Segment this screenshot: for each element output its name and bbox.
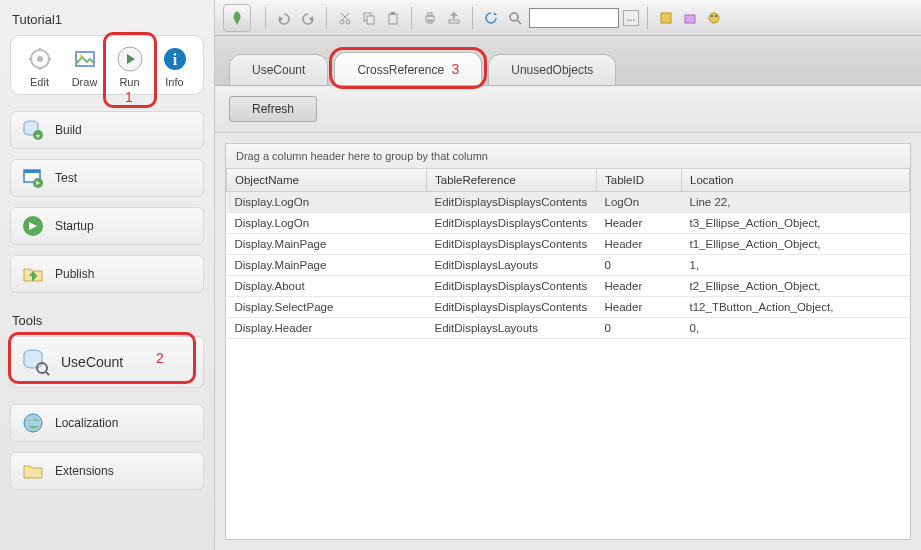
tool-icon-2[interactable] bbox=[680, 8, 700, 28]
startup-button[interactable]: Startup bbox=[10, 207, 204, 245]
arrow-right-icon bbox=[21, 214, 45, 238]
upload-icon[interactable] bbox=[444, 8, 464, 28]
table-row[interactable]: Display.LogOnEditDisplaysDisplaysContent… bbox=[227, 213, 910, 234]
svg-point-7 bbox=[79, 55, 82, 58]
svg-marker-27 bbox=[309, 16, 313, 22]
side-label: Localization bbox=[55, 416, 118, 430]
group-by-hint[interactable]: Drag a column header here to group by th… bbox=[226, 144, 910, 169]
side-label: Build bbox=[55, 123, 82, 137]
svg-text:i: i bbox=[172, 51, 177, 68]
toolbar: ... bbox=[215, 0, 921, 36]
data-table: ObjectName TableReference TableID Locati… bbox=[226, 169, 910, 339]
col-header-tableid[interactable]: TableID bbox=[597, 169, 682, 192]
svg-rect-45 bbox=[685, 15, 695, 23]
svg-rect-37 bbox=[428, 13, 432, 16]
svg-rect-39 bbox=[449, 20, 459, 23]
run-button[interactable]: Run bbox=[110, 44, 150, 88]
table-cell: EditDisplaysDisplaysContents bbox=[427, 234, 597, 255]
callout-num-3: 3 bbox=[451, 61, 459, 77]
top-icon-label: Info bbox=[165, 76, 183, 88]
table-row[interactable]: Display.LogOnEditDisplaysDisplaysContent… bbox=[227, 192, 910, 213]
globe-icon bbox=[21, 411, 45, 435]
project-title: Tutorial1 bbox=[12, 12, 204, 27]
more-button[interactable]: ... bbox=[623, 10, 639, 26]
app-logo[interactable] bbox=[223, 4, 251, 32]
svg-point-1 bbox=[37, 56, 43, 62]
redo-icon[interactable] bbox=[298, 8, 318, 28]
main-area: ... UseCount CrossReference 3 UnusedObje… bbox=[215, 0, 921, 550]
test-button[interactable]: Test bbox=[10, 159, 204, 197]
tabs-row: UseCount CrossReference 3 UnusedObjects bbox=[215, 36, 921, 86]
undo-icon[interactable] bbox=[274, 8, 294, 28]
svg-rect-33 bbox=[367, 16, 374, 24]
localization-button[interactable]: Localization bbox=[10, 404, 204, 442]
table-cell: LogOn bbox=[597, 192, 682, 213]
side-label: Extensions bbox=[55, 464, 114, 478]
tool-icon-1[interactable] bbox=[656, 8, 676, 28]
svg-rect-16 bbox=[24, 170, 40, 173]
extensions-button[interactable]: Extensions bbox=[10, 452, 204, 490]
folder-upload-icon bbox=[21, 262, 45, 286]
refresh-icon[interactable] bbox=[481, 8, 501, 28]
table-cell: 1, bbox=[682, 255, 910, 276]
side-label: Publish bbox=[55, 267, 94, 281]
table-cell: Display.Header bbox=[227, 318, 427, 339]
col-header-tablereference[interactable]: TableReference bbox=[427, 169, 597, 192]
table-cell: EditDisplaysLayouts bbox=[427, 255, 597, 276]
table-cell: 0, bbox=[682, 318, 910, 339]
col-header-location[interactable]: Location bbox=[682, 169, 910, 192]
search-input[interactable] bbox=[529, 8, 619, 28]
table-cell: EditDisplaysLayouts bbox=[427, 318, 597, 339]
table-cell: Header bbox=[597, 276, 682, 297]
table-row[interactable]: Display.MainPageEditDisplaysLayouts01, bbox=[227, 255, 910, 276]
tab-label: CrossReference bbox=[357, 63, 444, 77]
paste-icon[interactable] bbox=[383, 8, 403, 28]
table-row[interactable]: Display.HeaderEditDisplaysLayouts00, bbox=[227, 318, 910, 339]
top-icon-label: Edit bbox=[30, 76, 49, 88]
copy-icon[interactable] bbox=[359, 8, 379, 28]
print-icon[interactable] bbox=[420, 8, 440, 28]
sidebar: Tutorial1 Edit Draw Run i Info bbox=[0, 0, 215, 550]
toolbar-separator bbox=[411, 7, 412, 29]
info-button[interactable]: i Info bbox=[155, 44, 195, 88]
search-icon[interactable] bbox=[505, 8, 525, 28]
side-label: Startup bbox=[55, 219, 94, 233]
tab-unusedobjects[interactable]: UnusedObjects bbox=[488, 54, 616, 85]
table-row[interactable]: Display.MainPageEditDisplaysDisplaysCont… bbox=[227, 234, 910, 255]
table-cell: Display.LogOn bbox=[227, 213, 427, 234]
table-row[interactable]: Display.SelectPageEditDisplaysDisplaysCo… bbox=[227, 297, 910, 318]
svg-rect-35 bbox=[391, 12, 395, 15]
usecount-button[interactable]: UseCount bbox=[10, 336, 204, 388]
table-cell: EditDisplaysDisplaysContents bbox=[427, 276, 597, 297]
col-header-objectname[interactable]: ObjectName bbox=[227, 169, 427, 192]
svg-point-28 bbox=[340, 20, 344, 24]
tab-usecount[interactable]: UseCount bbox=[229, 54, 328, 85]
table-cell: EditDisplaysDisplaysContents bbox=[427, 192, 597, 213]
build-button[interactable]: Build bbox=[10, 111, 204, 149]
table-row[interactable]: Display.AboutEditDisplaysDisplaysContent… bbox=[227, 276, 910, 297]
grid-area: Drag a column header here to group by th… bbox=[225, 143, 911, 540]
tab-label: UseCount bbox=[252, 63, 305, 77]
play-icon bbox=[115, 44, 145, 74]
publish-button[interactable]: Publish bbox=[10, 255, 204, 293]
svg-point-46 bbox=[709, 13, 719, 23]
table-cell: t12_TButton_Action_Object, bbox=[682, 297, 910, 318]
info-icon: i bbox=[160, 44, 190, 74]
svg-marker-26 bbox=[279, 16, 283, 22]
svg-rect-34 bbox=[389, 14, 397, 24]
table-cell: Display.SelectPage bbox=[227, 297, 427, 318]
table-cell: 0 bbox=[597, 255, 682, 276]
tab-crossreference[interactable]: CrossReference 3 bbox=[334, 52, 482, 85]
refresh-button[interactable]: Refresh bbox=[229, 96, 317, 122]
image-icon bbox=[70, 44, 100, 74]
table-cell: 0 bbox=[597, 318, 682, 339]
svg-line-30 bbox=[342, 13, 349, 20]
table-cell: t3_Ellipse_Action_Object, bbox=[682, 213, 910, 234]
toolbar-separator bbox=[265, 7, 266, 29]
svg-point-42 bbox=[510, 13, 518, 21]
draw-button[interactable]: Draw bbox=[65, 44, 105, 88]
cut-icon[interactable] bbox=[335, 8, 355, 28]
edit-button[interactable]: Edit bbox=[20, 44, 60, 88]
side-label: UseCount bbox=[61, 354, 123, 370]
tool-icon-3[interactable] bbox=[704, 8, 724, 28]
